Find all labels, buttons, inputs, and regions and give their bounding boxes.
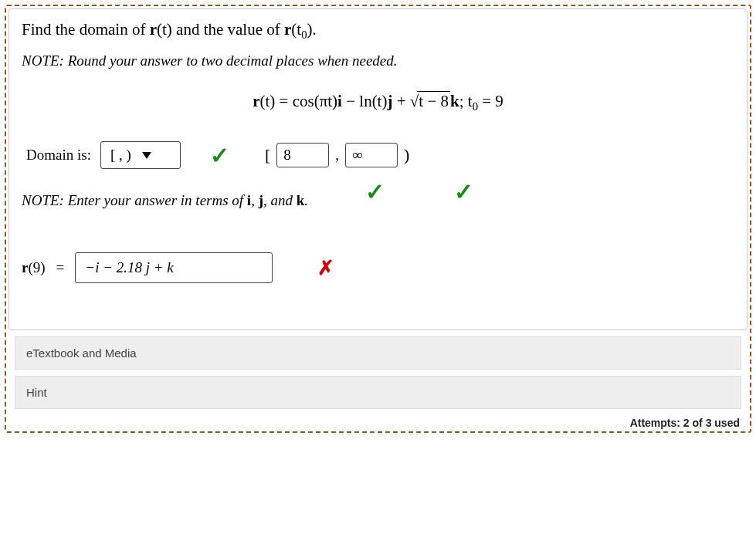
prompt-r-1: r bbox=[150, 20, 157, 39]
attempts-counter: Attempts: 2 of 3 used bbox=[8, 409, 748, 429]
domain-lower-input[interactable]: 8 bbox=[276, 143, 329, 167]
answer-row: r(9) = −i − 2.18 j + k ✗ bbox=[22, 252, 734, 283]
domain-select-value: [ , ) bbox=[110, 147, 131, 164]
question-box: Find the domain of r(t) and the value of… bbox=[8, 8, 748, 330]
question-prompt: Find the domain of r(t) and the value of… bbox=[22, 20, 734, 42]
eq-sub0: 0 bbox=[473, 100, 478, 113]
answer-equals: = bbox=[56, 259, 65, 276]
domain-label: Domain is: bbox=[26, 147, 91, 164]
note-rounding: NOTE: Round your answer to two decimal p… bbox=[22, 52, 734, 69]
prompt-text-2: and the value of bbox=[172, 20, 284, 39]
prompt-t0-open: (t bbox=[291, 20, 301, 39]
domain-interval-select[interactable]: [ , ) bbox=[100, 141, 181, 169]
hint-accordion[interactable]: Hint bbox=[15, 376, 741, 409]
check-icon: ✓ bbox=[365, 178, 385, 205]
domain-row: Domain is: [ , ) ✓ [ 8 , ∞ ) bbox=[22, 141, 734, 169]
interval-close-paren: ) bbox=[404, 145, 409, 165]
prompt-text-1: Find the domain of bbox=[22, 20, 150, 39]
answer-input[interactable]: −i − 2.18 j + k bbox=[75, 252, 273, 283]
note2-c2: , and bbox=[263, 192, 297, 208]
cross-icon: ✗ bbox=[317, 256, 334, 280]
ans-nine: (9) bbox=[28, 259, 45, 275]
eq-k: k bbox=[450, 92, 459, 110]
eq-lhs: (t) = cos(πt) bbox=[260, 92, 338, 110]
eq-minus-ln: − ln(t) bbox=[342, 92, 388, 110]
note2-dot: . bbox=[304, 192, 308, 208]
interval-open-bracket: [ bbox=[265, 145, 270, 165]
answer-lhs: r(9) bbox=[22, 259, 46, 276]
equation-display: r(t) = cos(πt)i − ln(t)j + √t − 8k; t0 =… bbox=[22, 91, 734, 113]
eq-plus: + bbox=[392, 92, 409, 110]
prompt-paren-t: (t) bbox=[157, 20, 172, 39]
check-icon: ✓ bbox=[454, 178, 473, 205]
prompt-t0-close: ). bbox=[307, 20, 317, 39]
interval-comma: , bbox=[335, 147, 339, 164]
chevron-down-icon bbox=[142, 152, 151, 159]
dashed-container: Find the domain of r(t) and the value of… bbox=[5, 5, 751, 433]
note2-k: k bbox=[297, 192, 305, 208]
eq-tail2: = 9 bbox=[478, 92, 503, 110]
check-icon: ✓ bbox=[210, 142, 229, 169]
eq-sqrt-inner: t − 8 bbox=[417, 91, 450, 111]
note-ijk: NOTE: Enter your answer in terms of i, j… bbox=[22, 192, 308, 208]
prompt-sub-0: 0 bbox=[301, 29, 307, 41]
note2-pre: NOTE: Enter your answer in terms of bbox=[22, 192, 247, 208]
domain-upper-input[interactable]: ∞ bbox=[345, 143, 398, 167]
eq-r: r bbox=[253, 92, 259, 110]
note2-c1: , bbox=[251, 192, 259, 208]
prompt-r-2: r bbox=[284, 20, 291, 39]
etextbook-accordion[interactable]: eTextbook and Media bbox=[15, 336, 741, 370]
eq-tail: ; t bbox=[459, 92, 473, 110]
note2-row: ✓ ✓ NOTE: Enter your answer in terms of … bbox=[22, 192, 734, 209]
